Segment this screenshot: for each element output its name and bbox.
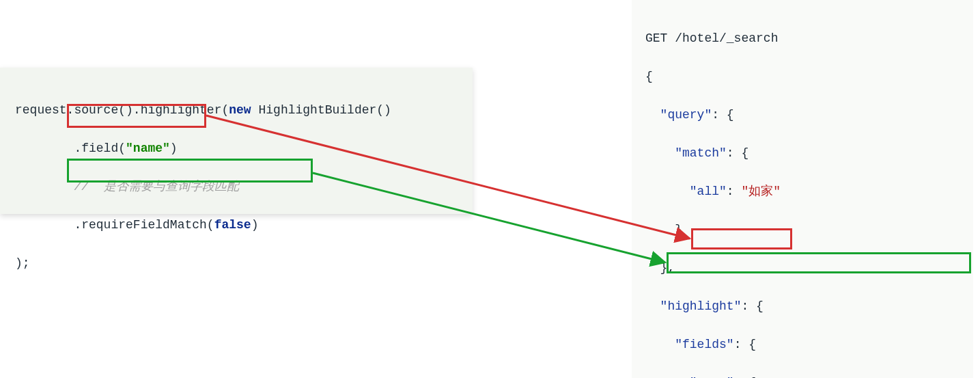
- java-code-panel: request.source().highlighter(new Highlig…: [0, 68, 473, 214]
- brace: {: [645, 70, 653, 83]
- json-key: "all": [690, 185, 727, 198]
- indent: [645, 299, 660, 313]
- json-text: : {: [734, 338, 756, 351]
- brace: }: [645, 223, 682, 237]
- string-literal: "name": [126, 141, 170, 155]
- json-key: "query": [660, 108, 712, 122]
- code-text: .field(: [15, 141, 126, 155]
- code-comment: // 是否需要与查询字段匹配: [15, 180, 239, 193]
- code-text: .requireFieldMatch(: [15, 218, 214, 232]
- json-text: : {: [741, 299, 763, 313]
- keyword-new: new: [229, 103, 251, 117]
- code-text: ): [170, 141, 178, 155]
- code-text: );: [15, 256, 30, 270]
- brace: },: [645, 261, 675, 275]
- indent: [645, 146, 675, 160]
- http-method-line: GET /hotel/_search: [645, 31, 778, 45]
- indent: [645, 185, 690, 198]
- json-value: "如家": [741, 185, 781, 198]
- keyword-false: false: [214, 218, 251, 232]
- json-text: : {: [712, 108, 733, 122]
- json-key: "fields": [675, 338, 733, 351]
- json-key: "highlight": [660, 299, 742, 313]
- code-text: ): [251, 218, 259, 232]
- indent: [645, 338, 675, 351]
- json-query-panel: GET /hotel/_search { "query": { "match":…: [632, 0, 973, 378]
- json-key: "match": [675, 146, 727, 160]
- json-text: : {: [727, 146, 748, 160]
- code-text: request.source().highlighter(: [15, 103, 229, 117]
- json-text: :: [727, 185, 742, 198]
- indent: [645, 108, 660, 122]
- code-text: HighlightBuilder(): [251, 103, 391, 117]
